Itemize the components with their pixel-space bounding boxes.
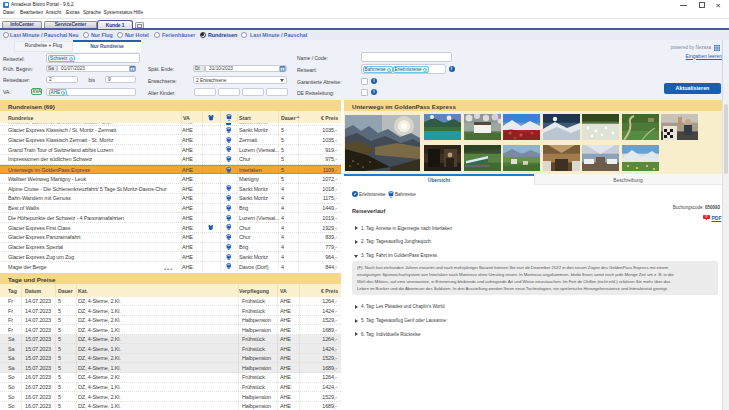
svg-text:P: P bbox=[705, 215, 707, 219]
